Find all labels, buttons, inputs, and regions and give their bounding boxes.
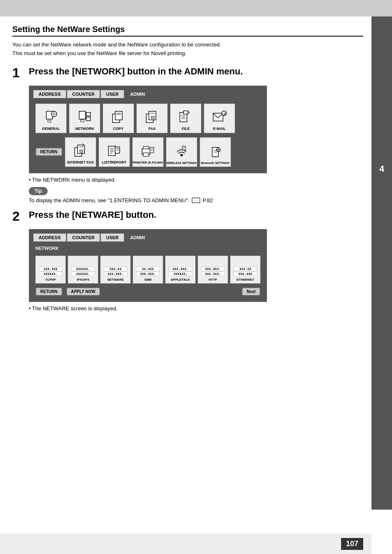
network-item-ipxspx[interactable]: xxxxxx. xxxxxx. IPX/SPX xyxy=(68,256,98,284)
right-sidebar: 4 xyxy=(371,16,392,510)
network-item-appletalk[interactable]: xxx.xxx. xxxxxx. APPLETALK xyxy=(165,256,196,284)
menu-item-wireless[interactable]: WIRELESS SETTINGS xyxy=(166,137,197,167)
tcpip-addr: xxx.xxx xxxxxx. xyxy=(39,267,62,277)
apply-now-button[interactable]: APPLY NOW xyxy=(66,287,100,296)
network-item-ethernet[interactable]: xxx.xx xxx.xxx ETHERNET xyxy=(230,256,261,284)
svg-rect-7 xyxy=(86,112,90,116)
menu-item-internet-fax[interactable]: INTERNET FAX xyxy=(65,137,96,167)
return-button[interactable]: RETURN xyxy=(35,148,62,156)
printer-efiling-label: PRINTER /E-FILING xyxy=(133,161,163,164)
network-item-tcpip[interactable]: xxx.xxx xxxxxx. TCP/IP xyxy=(35,256,66,284)
svg-rect-6 xyxy=(81,120,84,122)
svg-text:@: @ xyxy=(224,112,226,115)
sidebar-chapter-number: 4 xyxy=(371,160,392,178)
email-label: E-MAIL xyxy=(213,127,226,131)
tip-box: Tip To display the ADMIN menu, see "1.EN… xyxy=(29,187,363,203)
svg-rect-42 xyxy=(150,147,154,152)
bottom-bar: 107 xyxy=(0,533,371,554)
bluetooth-icon: B xyxy=(207,144,224,160)
general-label: GENERAL xyxy=(42,127,60,131)
fax-label: FAX xyxy=(148,127,156,131)
menu-item-general[interactable]: GENERAL xyxy=(35,104,67,133)
screenshot2-note: • The NETWARE screen is displayed. xyxy=(29,305,363,312)
menu-grid-row1: GENERAL NETWORK xyxy=(33,102,263,135)
wireless-icon xyxy=(173,144,190,160)
list-report-label: LIST/REPORT xyxy=(102,160,127,164)
ipxspx-addr: xxxxxx. xxxxxx. xyxy=(71,267,95,277)
printer-efiling-icon xyxy=(140,143,156,159)
tab2-admin[interactable]: ADMIN xyxy=(125,233,150,242)
copy-label: COPY xyxy=(113,127,124,131)
file-icon xyxy=(178,109,194,125)
page-container: 4 107 Setting the NetWare Settings You c… xyxy=(0,0,392,554)
appletalk-addr: xxx.xxx. xxxxxx. xyxy=(168,267,192,277)
svg-rect-1 xyxy=(48,120,51,122)
svg-point-45 xyxy=(180,154,183,156)
tab2-address[interactable]: ADDRESS xyxy=(33,233,66,242)
svg-rect-31 xyxy=(108,146,115,155)
svg-rect-12 xyxy=(115,111,122,120)
tab-counter[interactable]: COUNTER xyxy=(67,90,100,98)
tip-page-ref-icon: 📄 xyxy=(192,198,200,203)
copy-icon xyxy=(110,109,127,125)
list-report-icon xyxy=(106,143,122,159)
menu-grid-row2: RETURN INTERNET FAX xyxy=(33,135,263,169)
screenshot2-box: ADDRESS COUNTER USER ADMIN NETWORK xxx.x… xyxy=(29,229,267,302)
svg-rect-20 xyxy=(183,111,188,114)
bluetooth-label: Bluetooth SETTINGS xyxy=(201,162,230,164)
step1-container: 1 Press the [NETWORK] button in the ADMI… xyxy=(12,66,363,79)
section-title: Setting the NetWare Settings xyxy=(12,25,363,34)
network-section-label: NETWORK xyxy=(33,245,263,252)
netware-addr: xxx.xx xxx.xxx. xyxy=(104,267,127,277)
menu-item-email[interactable]: @ E-MAIL xyxy=(204,104,235,133)
network-grid: xxx.xxx xxxxxx. TCP/IP xxxxxx. xxxxxx. I… xyxy=(33,254,263,286)
menu-item-printer-efiling[interactable]: PRINTER /E-FILING xyxy=(132,137,164,167)
step2-title: Press the [NETWARE] button. xyxy=(29,210,156,220)
menu-item-list-report[interactable]: LIST/REPORT xyxy=(99,137,130,167)
screenshot1-tabbar: ADDRESS COUNTER USER ADMIN xyxy=(33,90,263,98)
screenshot1-note: • The NETWORK menu is displayed. xyxy=(29,177,363,183)
menu-item-bluetooth[interactable]: B Bluetooth SETTINGS xyxy=(200,137,231,167)
menu-item-file[interactable]: FILE xyxy=(170,104,201,133)
network-item-http[interactable]: xxx.xxx. xxx.xxx. HTTP xyxy=(198,256,228,284)
step1-title: Press the [NETWORK] button in the ADMIN … xyxy=(29,66,243,77)
svg-rect-29 xyxy=(80,150,83,152)
http-addr: xxx.xxx. xxx.xxx. xyxy=(201,267,225,277)
svg-text:B: B xyxy=(217,148,219,152)
tab-address[interactable]: ADDRESS xyxy=(33,90,66,98)
next-button[interactable]: Next xyxy=(242,287,261,296)
tab-admin[interactable]: ADMIN xyxy=(125,90,150,98)
svg-rect-40 xyxy=(143,146,148,149)
title-divider xyxy=(12,36,363,37)
ethernet-addr: xxx.xx xxx.xxx xyxy=(233,267,257,277)
menu-item-fax[interactable]: FAX xyxy=(136,104,168,133)
intro-text: You can set the NetWare network mode and… xyxy=(12,41,363,58)
svg-rect-8 xyxy=(86,117,90,121)
network-item-netware[interactable]: xxx.xx xxx.xxx. NETWARE xyxy=(100,256,131,284)
wireless-label: WIRELESS SETTINGS xyxy=(166,162,197,164)
network-icon xyxy=(76,109,93,125)
page-number: 107 xyxy=(341,538,363,550)
svg-rect-17 xyxy=(151,116,154,119)
file-label: FILE xyxy=(182,127,190,131)
general-icon xyxy=(43,109,59,125)
main-content: Setting the NetWare Settings You can set… xyxy=(12,16,363,312)
svg-rect-41 xyxy=(143,152,148,156)
top-bar xyxy=(0,0,392,16)
tab2-user[interactable]: USER xyxy=(101,233,124,242)
menu-item-network[interactable]: NETWORK xyxy=(69,104,100,133)
internet-fax-icon xyxy=(72,143,89,159)
screenshot1-box: ADDRESS COUNTER USER ADMIN xyxy=(29,85,267,173)
tip-label: Tip xyxy=(29,187,48,195)
network-item-smb[interactable]: xx.xxx xxx.xxx. SMB xyxy=(133,256,163,284)
tab2-counter[interactable]: COUNTER xyxy=(67,233,100,242)
smb-addr: xx.xxx xxx.xxx. xyxy=(136,267,160,277)
tab-user[interactable]: USER xyxy=(101,90,124,98)
network-bottom-row: RETURN APPLY NOW Next xyxy=(33,286,263,298)
return-button2[interactable]: RETURN xyxy=(35,287,62,296)
fax-icon xyxy=(144,109,160,125)
step2-number: 2 xyxy=(12,210,23,223)
internet-fax-label: INTERNET FAX xyxy=(67,160,94,164)
menu-item-copy[interactable]: COPY xyxy=(103,104,134,133)
network-label: NETWORK xyxy=(75,127,95,131)
